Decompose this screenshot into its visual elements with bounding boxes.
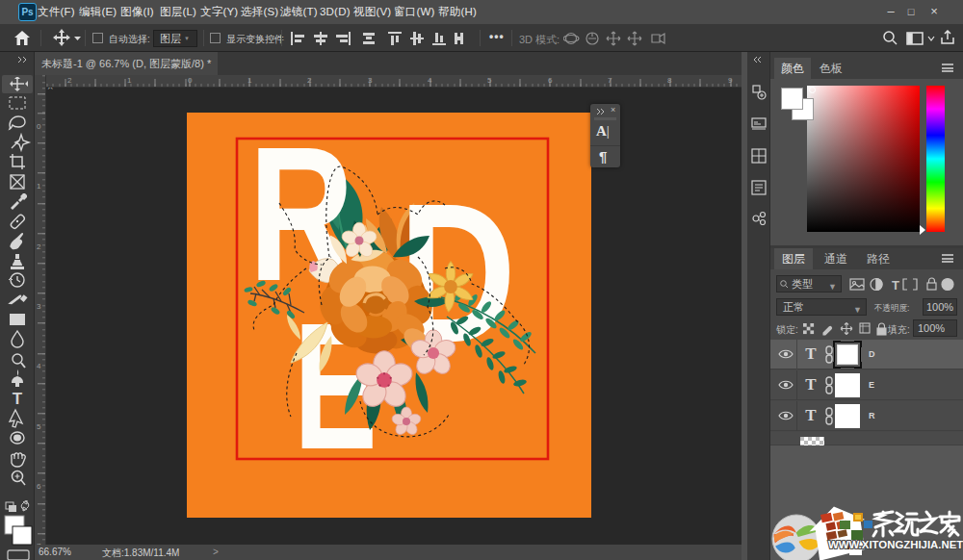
svg-text:WWW.XITONGZHIJIA.NET: WWW.XITONGZHIJIA.NET — [828, 539, 963, 550]
svg-text:T: T — [892, 278, 899, 292]
svg-text:T: T — [13, 390, 23, 408]
